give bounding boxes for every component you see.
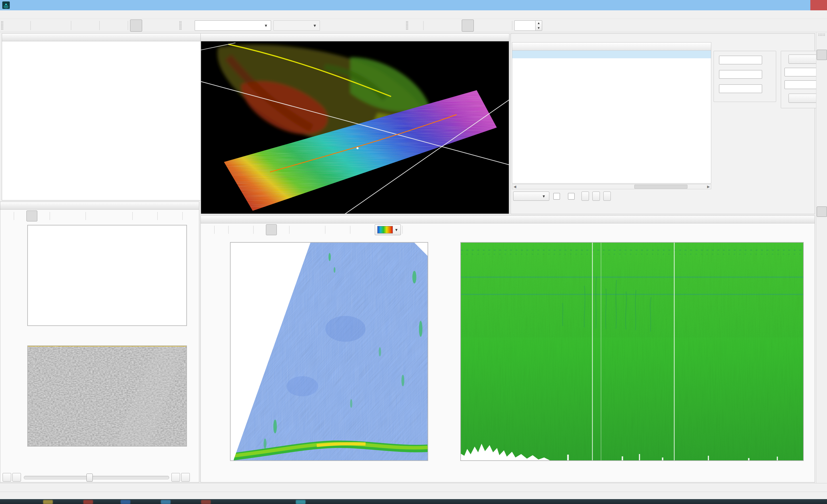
rail-polygon-select-tool[interactable] — [817, 110, 827, 120]
home-view-button[interactable] — [216, 224, 227, 235]
down-arrow-icon[interactable]: ▼ — [536, 26, 542, 31]
table-row[interactable] — [512, 51, 711, 58]
last-ping-button[interactable] — [181, 473, 190, 482]
fast-forward-button[interactable] — [486, 19, 498, 32]
auto-add-points-checkbox[interactable] — [553, 193, 560, 200]
lasso-select-tool[interactable] — [302, 224, 313, 235]
clear-all-button[interactable] — [592, 192, 600, 201]
colormap-dropdown[interactable]: ▼ — [375, 224, 401, 235]
point-display-button[interactable] — [769, 224, 780, 235]
rail-colormap-button[interactable] — [817, 206, 827, 217]
rail-slice-tool[interactable] — [817, 134, 827, 144]
scroll-left-icon[interactable]: ◀ — [512, 184, 518, 189]
table-action-dropdown[interactable]: ▼ — [513, 192, 549, 201]
polygon-select-tool[interactable] — [313, 224, 324, 235]
swath-waterfall-plot[interactable] — [27, 346, 187, 447]
close-panel-icon[interactable] — [807, 216, 814, 222]
rail-bounding-box-button[interactable] — [817, 243, 827, 253]
swath-depth-plot[interactable] — [27, 225, 187, 326]
rail-zoom-extents-button[interactable] — [817, 62, 827, 72]
display-settings-button[interactable] — [363, 224, 374, 235]
geo-pick-tool[interactable] — [62, 210, 73, 221]
previous-ping-button[interactable] — [12, 473, 21, 482]
float-panel-icon[interactable] — [200, 34, 206, 40]
rail-select-tool[interactable] — [817, 86, 827, 96]
scene-3d-header[interactable] — [201, 34, 509, 41]
rail-measure-tool[interactable] — [817, 194, 827, 205]
snapshot-button[interactable] — [404, 224, 415, 235]
reject-soundings-button[interactable] — [184, 210, 195, 221]
float-panel-icon[interactable] — [185, 202, 192, 208]
locate-y-field[interactable] — [784, 81, 817, 89]
select-tool[interactable] — [27, 210, 37, 221]
filter-soundings-button[interactable] — [183, 19, 195, 32]
lock-surface-button[interactable] — [114, 19, 126, 32]
water-column-header[interactable] — [201, 216, 815, 223]
rail-geodetic-button[interactable] — [817, 170, 827, 181]
float-panel-icon[interactable] — [801, 34, 807, 40]
open-project-button[interactable] — [16, 19, 29, 32]
rail-grip[interactable] — [818, 33, 826, 36]
rewind-button[interactable] — [438, 19, 450, 32]
color-by-swath-button[interactable] — [170, 210, 181, 221]
zoom-tool[interactable] — [241, 224, 252, 235]
ping-slider-thumb[interactable] — [87, 473, 93, 482]
accept-soundings-button[interactable] — [159, 210, 170, 221]
rail-rotate-view-button[interactable] — [817, 231, 827, 241]
eraser-tool[interactable] — [87, 210, 98, 221]
view-options-button[interactable] — [801, 224, 812, 235]
close-panel-icon[interactable] — [192, 202, 198, 208]
clear-selected-button[interactable] — [581, 192, 589, 201]
playback-speed-stepper[interactable]: ▲▼ — [536, 20, 542, 31]
rectangle-select-tool[interactable] — [291, 224, 302, 235]
pause-button[interactable] — [462, 19, 474, 32]
play-button[interactable] — [474, 19, 486, 32]
current-z-field[interactable] — [719, 85, 762, 93]
export-button[interactable] — [603, 192, 611, 201]
close-panel-icon[interactable] — [206, 34, 213, 40]
float-panel-icon[interactable] — [801, 216, 807, 222]
float-panel-icon[interactable] — [495, 34, 502, 40]
edit-soundings-surface-tool[interactable] — [154, 19, 166, 32]
current-y-field[interactable] — [719, 70, 762, 79]
rail-zoom-3d-button[interactable] — [817, 74, 827, 84]
ping-slider[interactable] — [24, 476, 169, 479]
swath-editor-header[interactable] — [0, 202, 199, 210]
processing-settings-button[interactable] — [73, 19, 85, 32]
reject-lasso-tool[interactable] — [109, 210, 120, 221]
next-ping-button[interactable] — [172, 473, 180, 482]
select-tool[interactable] — [230, 224, 241, 235]
rail-tilted-slice-tool[interactable] — [817, 146, 827, 156]
close-panel-icon[interactable] — [807, 34, 814, 40]
close-button[interactable] — [810, 0, 827, 10]
table-horizontal-scrollbar[interactable]: ◀ ▶ — [512, 184, 711, 189]
rail-table-button[interactable] — [817, 38, 827, 48]
rail-histogram-button[interactable] — [817, 182, 827, 193]
new-dynamic-surface-button[interactable] — [102, 19, 114, 32]
target-pick-tool[interactable] — [255, 224, 266, 235]
rail-surface-button[interactable] — [817, 50, 827, 60]
scene-3d-viewport[interactable] — [201, 41, 509, 214]
locate-x-field[interactable] — [784, 68, 817, 77]
edit-soundings-tool[interactable] — [130, 19, 142, 32]
locate-pick-tool[interactable] — [73, 210, 84, 221]
echogram-plot[interactable] — [460, 242, 804, 461]
rail-rectangle-select-tool[interactable] — [817, 98, 827, 108]
reload-files-button[interactable] — [57, 19, 69, 32]
geo-pick-tool[interactable] — [266, 224, 277, 235]
extract-points-button[interactable] — [352, 224, 363, 235]
edit-soundings-file-tool[interactable] — [142, 19, 154, 32]
rail-lasso-select-tool[interactable] — [817, 122, 827, 133]
close-panel-icon[interactable] — [502, 34, 508, 40]
toolbar-grip[interactable] — [1, 21, 3, 30]
geo-picking-header[interactable] — [511, 34, 815, 41]
reprocess-button[interactable] — [85, 19, 97, 32]
toolbar-grip[interactable] — [406, 21, 408, 30]
restore-button[interactable] — [794, 0, 810, 10]
rail-3d-grid-button[interactable] — [817, 218, 827, 229]
minimize-button[interactable] — [777, 0, 794, 10]
rail-scatter-tool[interactable] — [817, 158, 827, 168]
home-view-button[interactable] — [15, 210, 27, 221]
reject-rectangle-tool[interactable] — [98, 210, 109, 221]
filter-area-tool[interactable] — [166, 19, 178, 32]
